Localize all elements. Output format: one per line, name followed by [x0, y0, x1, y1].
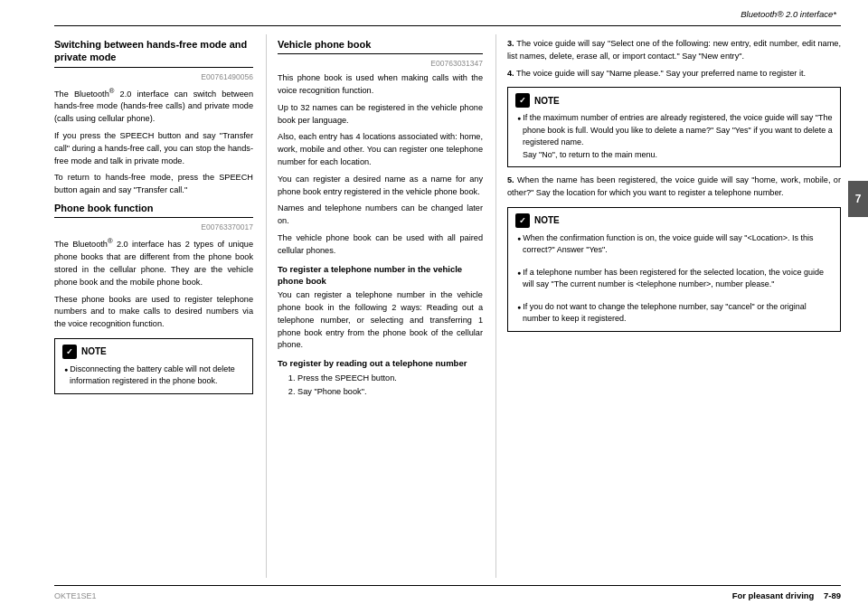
section1-code: E00761490056 [54, 72, 253, 81]
note-bullet-1: Disconnecting the battery cable will not… [62, 364, 245, 388]
section1-para2: If you press the SPEECH button and say "… [54, 130, 253, 167]
section2-para2: These phone books are used to register t… [54, 294, 253, 331]
vp-para3: Also, each entry has 4 locations associa… [278, 131, 483, 168]
note-header-1: ✓ NOTE [62, 345, 245, 359]
section-tab: 7 [848, 181, 868, 217]
step5: 5. When the name has been registered, th… [507, 175, 841, 200]
vp-para6: The vehicle phone book can be used with … [278, 232, 483, 258]
note-box-3: ✓ NOTE When the confirmation function is… [507, 207, 841, 332]
vp-para2: Up to 32 names can be registered in the … [278, 102, 483, 128]
step-1: Press the SPEECH button. [297, 373, 483, 385]
section2-title: Phone book function [54, 202, 253, 214]
footer: OKTE1SE1 For pleasant driving 7-89 [54, 585, 841, 600]
col-left: Switching between hands-free mode and pr… [54, 34, 253, 578]
note-bullet-3a: When the confirmation function is on, th… [515, 232, 833, 257]
sub2-title: To register by reading out a telephone n… [278, 357, 483, 369]
page-header: Bluetooth® 2.0 interface* [741, 9, 836, 19]
note-icon-1: ✓ [62, 345, 77, 359]
note-header-2: ✓ NOTE [515, 93, 833, 108]
note-header-3: ✓ NOTE [515, 213, 833, 228]
step3: 3. The voice guide will say "Select one … [507, 38, 841, 63]
note-label-1: NOTE [81, 346, 107, 356]
steps-list: Press the SPEECH button. Say "Phone book… [278, 373, 483, 400]
col-right: 3. The voice guide will say "Select one … [495, 34, 841, 578]
note-box-1: ✓ NOTE Disconnecting the battery cable w… [54, 338, 253, 394]
divider1 [54, 67, 253, 68]
step-2: Say "Phone book". [297, 386, 483, 399]
section1-para1: The Bluetooth® 2.0 interface can switch … [54, 86, 253, 126]
note-icon-3: ✓ [515, 213, 530, 228]
main-content: Switching between hands-free mode and pr… [54, 34, 841, 578]
vehicle-phonebook-code: E00763031347 [278, 59, 483, 68]
note-label-2: NOTE [534, 96, 560, 106]
top-border [54, 25, 841, 26]
divider2 [54, 217, 253, 218]
sub1-title: To register a telephone number in the ve… [278, 263, 483, 288]
vp-para1: This phone book is used when making call… [278, 72, 483, 98]
step4: 4. The voice guide will say "Name please… [507, 68, 841, 80]
footer-code: OKTE1SE1 [54, 591, 97, 600]
note-box-2: ✓ NOTE If the maximum number of entries … [507, 87, 841, 167]
footer-page: For pleasant driving 7-89 [732, 590, 841, 600]
header-title: Bluetooth® 2.0 interface* [741, 9, 836, 19]
section2-para1: The Bluetooth® 2.0 interface has 2 types… [54, 236, 253, 288]
note-label-3: NOTE [534, 215, 560, 225]
note-bullet-3b: If a telephone number has been registere… [515, 267, 833, 291]
vp-para5: Names and telephone numbers can be chang… [278, 203, 483, 228]
page: Bluetooth® 2.0 interface* 7 Switching be… [0, 0, 868, 614]
note-bullet-3c: If you do not want to change the telepho… [515, 301, 833, 326]
note-bullet-2: If the maximum number of entries are alr… [515, 112, 833, 161]
vp-para4: You can register a desired name as a nam… [278, 174, 483, 199]
section1-title: Switching between hands-free mode and pr… [54, 38, 253, 64]
section1-para3: To return to hands-free mode, press the … [54, 172, 253, 197]
col-middle: Vehicle phone book E00763031347 This pho… [266, 34, 483, 578]
note-icon-2: ✓ [515, 93, 530, 108]
sub1-body: You can register a telephone number in t… [278, 289, 483, 352]
vehicle-phonebook-title: Vehicle phone book [278, 38, 483, 51]
section2-code: E00763370017 [54, 222, 253, 231]
divider3 [278, 53, 483, 54]
